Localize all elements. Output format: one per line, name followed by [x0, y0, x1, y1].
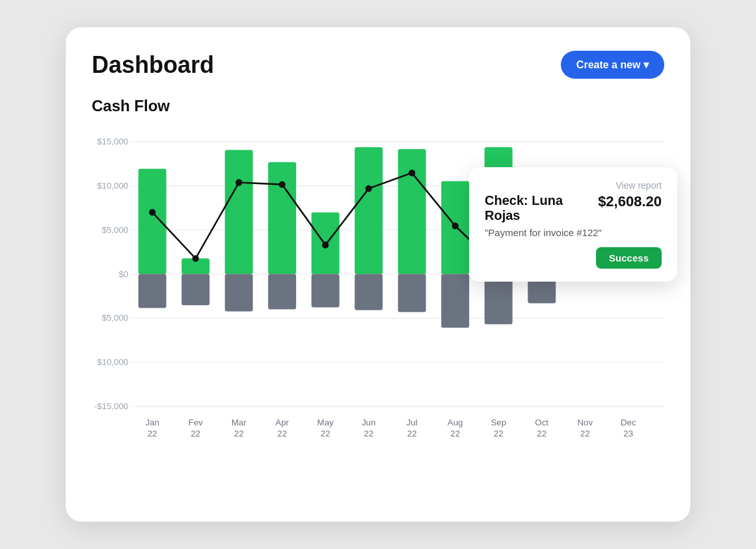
section-title: Cash Flow	[92, 97, 664, 115]
header: Dashboard Create a new ▾	[92, 51, 664, 79]
dot-apr	[279, 181, 286, 187]
dot-may	[322, 241, 329, 248]
svg-text:Dec: Dec	[621, 418, 636, 427]
svg-text:May: May	[317, 418, 334, 427]
page-title: Dashboard	[92, 51, 214, 79]
svg-text:$10,000: $10,000	[97, 181, 128, 191]
svg-text:$10,000: $10,000	[97, 357, 128, 367]
create-new-button[interactable]: Create a new ▾	[561, 51, 664, 79]
svg-text:Jan: Jan	[145, 418, 159, 427]
svg-text:$5,000: $5,000	[102, 313, 129, 323]
dot-mar	[236, 179, 242, 185]
svg-text:$15,000: $15,000	[97, 137, 128, 146]
bar-green-jul	[398, 149, 426, 274]
tooltip-amount: $2,608.20	[598, 193, 662, 210]
bar-green-mar	[225, 150, 253, 274]
bar-gray-jun	[355, 274, 383, 310]
tooltip-name: Check: Luna Rojas	[485, 193, 598, 223]
svg-text:-$15,000: -$15,000	[94, 401, 128, 411]
dot-jul	[409, 170, 415, 176]
svg-text:22: 22	[407, 429, 417, 438]
svg-text:Jun: Jun	[362, 418, 375, 427]
tooltip-header: Check: Luna Rojas $2,608.20	[485, 193, 662, 223]
transaction-tooltip: View report Check: Luna Rojas $2,608.20 …	[469, 167, 677, 282]
svg-text:Apr: Apr	[275, 418, 289, 427]
svg-text:22: 22	[321, 429, 331, 438]
svg-text:22: 22	[191, 429, 200, 438]
dot-jan	[149, 209, 155, 215]
svg-text:22: 22	[537, 429, 547, 438]
dot-aug	[452, 222, 459, 229]
bar-green-apr	[268, 162, 296, 274]
bar-gray-jan	[139, 274, 167, 308]
svg-text:$0: $0	[118, 269, 128, 278]
svg-text:$5,000: $5,000	[102, 225, 129, 235]
svg-text:22: 22	[364, 429, 373, 438]
bar-gray-apr	[268, 274, 296, 309]
view-report-link[interactable]: View report	[485, 180, 662, 191]
svg-text:Mar: Mar	[232, 418, 247, 427]
svg-text:Sep: Sep	[491, 418, 506, 427]
svg-text:22: 22	[450, 429, 460, 438]
svg-text:Fev: Fev	[189, 418, 203, 427]
svg-text:Jul: Jul	[407, 418, 418, 427]
svg-text:22: 22	[148, 429, 157, 438]
bar-gray-jul	[398, 274, 426, 312]
status-badge: Success	[596, 247, 662, 269]
dashboard-card: Dashboard Create a new ▾ Cash Flow $15,0…	[66, 27, 690, 522]
dot-fev	[193, 255, 199, 261]
tooltip-description: "Payment for invoice #122"	[485, 227, 662, 238]
bar-gray-fev	[182, 274, 209, 305]
bar-green-jun	[355, 147, 383, 274]
bar-green-jan	[139, 169, 167, 274]
svg-text:23: 23	[623, 429, 633, 438]
svg-text:22: 22	[494, 429, 504, 438]
bar-gray-mar	[225, 274, 253, 311]
bar-gray-may	[312, 274, 340, 307]
bar-gray-aug	[441, 274, 469, 327]
svg-text:Nov: Nov	[577, 418, 593, 427]
svg-text:22: 22	[580, 429, 590, 438]
svg-text:22: 22	[234, 429, 244, 438]
svg-text:Oct: Oct	[535, 418, 548, 427]
svg-text:Aug: Aug	[448, 418, 463, 427]
dot-jun	[366, 185, 372, 192]
chart-area: $15,000 $10,000 $5,000 $0 $5,000 $10,000…	[92, 128, 664, 443]
svg-text:22: 22	[277, 429, 287, 438]
